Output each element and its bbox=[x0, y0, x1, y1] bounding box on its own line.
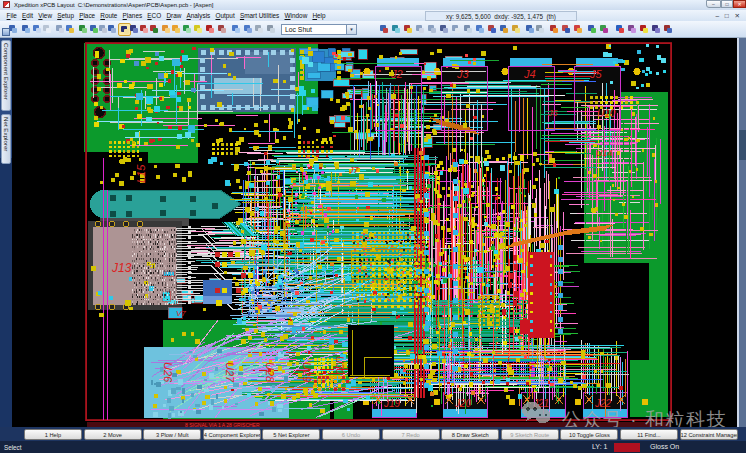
svg-text:J20: J20 bbox=[454, 398, 472, 409]
svg-text:L15: L15 bbox=[135, 164, 147, 183]
svg-text:U29: U29 bbox=[301, 362, 313, 382]
svg-text:V7: V7 bbox=[176, 309, 186, 318]
svg-text:J3: J3 bbox=[456, 68, 470, 80]
svg-text:J13: J13 bbox=[111, 261, 132, 275]
svg-text:U30: U30 bbox=[334, 356, 345, 375]
svg-text:J7: J7 bbox=[348, 165, 360, 175]
svg-text:J4: J4 bbox=[523, 68, 536, 80]
svg-text:U14: U14 bbox=[596, 148, 613, 158]
svg-text:J6: J6 bbox=[547, 108, 558, 118]
svg-text:U27: U27 bbox=[224, 362, 236, 383]
svg-text:J19: J19 bbox=[383, 398, 401, 409]
svg-text:U28: U28 bbox=[264, 362, 276, 383]
svg-text:U26: U26 bbox=[162, 362, 174, 383]
svg-text:J22: J22 bbox=[594, 398, 612, 409]
svg-text:J2: J2 bbox=[390, 68, 403, 80]
svg-text:公众号 · 和粒科技: 公众号 · 和粒科技 bbox=[562, 409, 727, 427]
svg-text:U10: U10 bbox=[597, 108, 616, 119]
svg-text:J5: J5 bbox=[589, 68, 603, 80]
